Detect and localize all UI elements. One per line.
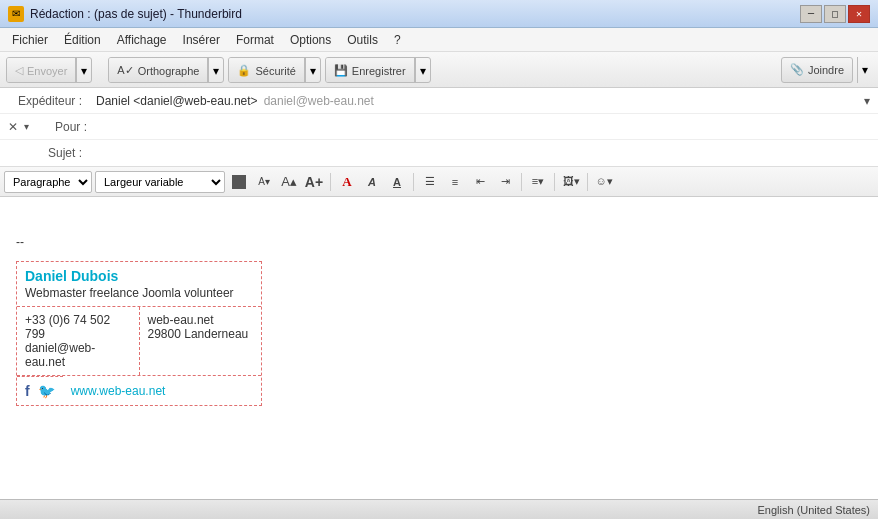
ordered-list-btn[interactable]: ≡ [444,171,466,193]
attach-arrow[interactable]: ▾ [857,57,872,83]
sig-website: web-eau.net [148,313,254,327]
titlebar-left: ✉ Rédaction : (pas de sujet) - Thunderbi… [8,6,242,22]
from-display: Daniel <daniel@web-eau.net> [96,94,258,108]
font-select[interactable]: Largeur variable [95,171,225,193]
facebook-icon: f [25,383,30,399]
sig-phone-email: +33 (0)6 74 502 799 daniel@web-eau.net [17,307,140,375]
svg-rect-0 [232,175,246,189]
spell-arrow[interactable]: ▾ [208,58,223,83]
compose-body[interactable]: -- Daniel Dubois Webmaster freelance Joo… [0,197,878,499]
statusbar: English (United States) [0,499,878,519]
outdent-btn[interactable]: ⇤ [469,171,491,193]
sig-web-city: web-eau.net 29800 Landerneau [140,307,262,375]
menu-options[interactable]: Options [282,31,339,49]
format-sep-1 [330,173,331,191]
close-button[interactable]: ✕ [848,5,870,23]
security-arrow[interactable]: ▾ [305,58,320,83]
format-sep-4 [554,173,555,191]
send-button[interactable]: ◁ Envoyer [7,58,76,83]
menu-outils[interactable]: Outils [339,31,386,49]
window-controls[interactable]: ─ □ ✕ [800,5,870,23]
paragraph-select[interactable]: Paragraphe [4,171,92,193]
menu-inserer[interactable]: Insérer [175,31,228,49]
indent-btn[interactable]: ⇥ [494,171,516,193]
from-row: Expéditeur : Daniel <daniel@web-eau.net>… [0,88,878,114]
language-label: English (United States) [758,504,871,516]
subject-input[interactable] [90,144,878,162]
text-color-block-btn[interactable] [228,171,250,193]
security-label: Sécurité [255,65,295,77]
format-sep-5 [587,173,588,191]
underline-btn[interactable]: A [386,171,408,193]
menu-fichier[interactable]: Fichier [4,31,56,49]
to-controls: ✕ ▾ [0,118,35,136]
attach-button[interactable]: 📎 Joindre [781,57,853,83]
sig-title: Webmaster freelance Joomla volunteer [17,286,261,306]
sig-contact-row: +33 (0)6 74 502 799 daniel@web-eau.net w… [17,306,261,375]
spell-button[interactable]: A✓ Orthographe [109,58,208,83]
from-value: Daniel <daniel@web-eau.net> daniel@web-e… [90,90,856,112]
menu-format[interactable]: Format [228,31,282,49]
twitter-icon: 🐦 [38,383,55,399]
send-icon: ◁ [15,64,23,77]
menu-affichage[interactable]: Affichage [109,31,175,49]
italic-btn[interactable]: A [361,171,383,193]
app-icon: ✉ [8,6,24,22]
window-title: Rédaction : (pas de sujet) - Thunderbird [30,7,242,21]
spell-label: Orthographe [138,65,200,77]
format-sep-3 [521,173,522,191]
save-label: Enregistrer [352,65,406,77]
to-input[interactable] [95,118,878,136]
attach-label: Joindre [808,64,844,76]
from-label: Expéditeur : [0,90,90,112]
to-type-button[interactable]: ▾ [22,119,31,134]
lock-icon: 🔒 [237,64,251,77]
sig-separator: -- [16,235,862,249]
spell-icon: A✓ [117,64,133,77]
menubar: Fichier Édition Affichage Insérer Format… [0,28,878,52]
emoji-btn[interactable]: ☺▾ [593,171,615,193]
sig-name: Daniel Dubois [17,262,261,286]
sig-url-link[interactable]: www.web-eau.net [71,384,166,398]
toolbar: ◁ Envoyer ▾ A✓ Orthographe ▾ 🔒 Sécurité … [0,52,878,88]
save-group: 💾 Enregistrer ▾ [325,57,431,83]
insert-image-btn[interactable]: 🖼▾ [560,171,582,193]
compose-window: Expéditeur : Daniel <daniel@web-eau.net>… [0,88,878,519]
menu-edition[interactable]: Édition [56,31,109,49]
font-increase-btn[interactable]: A+ [303,171,325,193]
security-group: 🔒 Sécurité ▾ [228,57,320,83]
sig-social-icons: f 🐦 [17,376,63,405]
compose-header: Expéditeur : Daniel <daniel@web-eau.net>… [0,88,878,167]
bold-btn[interactable]: A [336,171,358,193]
to-remove-button[interactable]: ✕ [4,118,22,136]
to-label: Pour : [35,120,95,134]
titlebar: ✉ Rédaction : (pas de sujet) - Thunderbi… [0,0,878,28]
subject-row: Sujet : [0,140,878,166]
maximize-button[interactable]: □ [824,5,846,23]
menu-help[interactable]: ? [386,31,409,49]
app-icon-symbol: ✉ [12,8,20,19]
font-size-up-btn[interactable]: A▴ [278,171,300,193]
send-arrow[interactable]: ▾ [76,58,91,83]
align-btn[interactable]: ≡▾ [527,171,549,193]
save-button[interactable]: 💾 Enregistrer [326,58,415,83]
unordered-list-btn[interactable]: ☰ [419,171,441,193]
subject-label: Sujet : [0,142,90,164]
save-icon: 💾 [334,64,348,77]
toolbar-right: 📎 Joindre ▾ [781,57,872,83]
save-arrow[interactable]: ▾ [415,58,430,83]
to-row: ✕ ▾ Pour : [0,114,878,140]
body-empty-space [16,205,862,235]
sig-social-row: f 🐦 www.web-eau.net [17,375,261,405]
from-expander[interactable]: ▾ [856,90,878,112]
security-button[interactable]: 🔒 Sécurité [229,58,304,83]
signature-card: Daniel Dubois Webmaster freelance Joomla… [16,261,262,406]
format-toolbar: Paragraphe Largeur variable A▾ A▴ A+ A A… [0,167,878,197]
from-email-secondary: daniel@web-eau.net [264,94,374,108]
font-size-down-btn[interactable]: A▾ [253,171,275,193]
send-label: Envoyer [27,65,67,77]
sig-url-col: www.web-eau.net [63,376,261,405]
send-group: ◁ Envoyer ▾ [6,57,92,83]
minimize-button[interactable]: ─ [800,5,822,23]
attach-icon: 📎 [790,63,804,76]
